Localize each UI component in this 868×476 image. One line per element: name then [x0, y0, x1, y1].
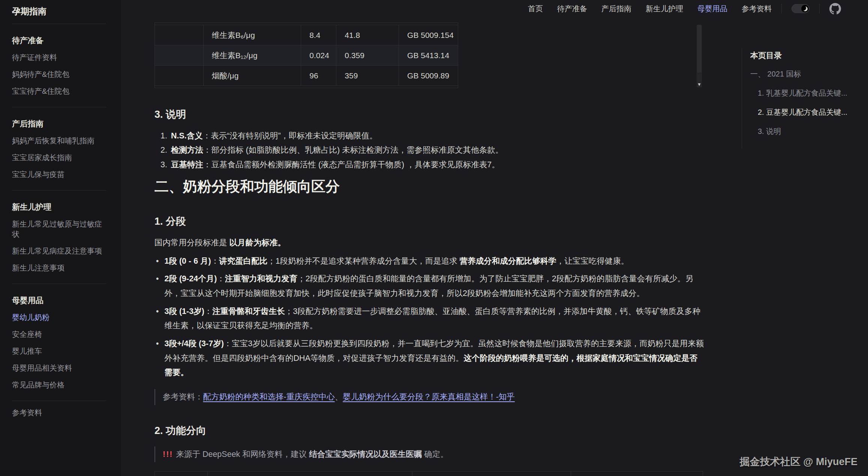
moon-icon: [803, 6, 808, 11]
note-text: ：表示“没有特别说明”，即标准未设定明确限值。: [203, 131, 378, 140]
category-cell: [155, 45, 204, 66]
bullet-text: 3段 (1-3岁)：注重骨骼和牙齿生长；3段配方奶粉需要进一步调整必需脂肪酸、亚…: [165, 304, 704, 333]
nav-item[interactable]: 产后指南: [601, 4, 631, 14]
toc-item[interactable]: 2. 豆基婴儿配方食品关键...: [750, 107, 859, 117]
table-row: 维生素B₁₂/μg 0.024 0.359 GB 5413.14: [155, 45, 458, 66]
sidebar-group: 新生儿护理 新生儿常见过敏原与过敏症状新生儿常见病症及注意事项新生儿注意事项: [0, 202, 121, 284]
note-number: 3.: [160, 160, 167, 169]
bullet-marker: •: [156, 272, 159, 300]
sidebar-item[interactable]: 新生儿常见过敏原与过敏症状: [12, 219, 109, 239]
category-cell: [155, 25, 204, 45]
segmentation-heading: 1. 分段: [154, 215, 704, 228]
table-row: 烟酸/μg 96 359 GB 5009.89: [155, 66, 458, 86]
scroll-down-arrow-icon[interactable]: ▼: [697, 82, 702, 87]
sidebar-item[interactable]: 母婴用品相关资料: [12, 363, 109, 373]
text-segment: ，让宝宝吃得健康。: [556, 257, 629, 266]
text-segment: ：: [217, 274, 225, 283]
text-segment: 参考资料：: [163, 392, 203, 401]
site-title: 孕期指南: [0, 0, 121, 17]
sidebar-item[interactable]: 参考资料: [12, 408, 109, 418]
sidebar: 孕期指南 待产准备 待产证件资料妈妈待产&住院包宝宝待产&住院包 产后指南 妈妈…: [0, 0, 121, 476]
sidebar-divider: [12, 284, 106, 284]
top-navbar: 首页待产准备产后指南新生儿护理母婴用品参考资料: [121, 0, 868, 17]
sidebar-item[interactable]: 新生儿注意事项: [12, 263, 109, 273]
text-segment: 3段+/4段 (3-7岁): [165, 339, 224, 348]
reference-link[interactable]: 配方奶粉的种类和选择-重庆疾控中心: [203, 392, 335, 401]
theme-toggle[interactable]: [792, 4, 810, 13]
table-header-cell: 代表成分/产品示例: [412, 471, 571, 476]
text-segment: 1段 (0 - 6 月): [165, 257, 211, 266]
nav-item[interactable]: 待产准备: [557, 4, 587, 14]
toc-item[interactable]: 3. 说明: [750, 126, 859, 137]
navbar-divider: [781, 4, 782, 14]
nav-item[interactable]: 首页: [528, 4, 543, 14]
sidebar-divider: [12, 190, 106, 191]
table-header-row: 功能方向主要成分特点代表成分/产品示例适用情况: [155, 471, 703, 476]
sidebar-group-title: 待产准备: [12, 35, 109, 46]
bullet-text: 2段 (9-24个月)：注重智力和视力发育；2段配方奶粉的蛋白质和能量的含量都有…: [165, 272, 704, 300]
note-term: N.S.含义: [171, 131, 203, 140]
toc-title: 本页目录: [750, 50, 859, 61]
note-number: 1.: [160, 131, 167, 140]
gb-standard-cell: GB 5009.154: [399, 25, 458, 45]
note-term: 豆基特注: [171, 160, 203, 169]
scrollbar-thumb[interactable]: [697, 25, 702, 72]
sidebar-item[interactable]: 婴儿推车: [12, 346, 109, 356]
text-segment: !!!: [163, 450, 173, 459]
bullet-marker: •: [156, 304, 159, 333]
min-value-cell: 0.024: [301, 45, 336, 66]
bullet-text: 3段+/4段 (3-7岁)：宝宝3岁以后就要从三段奶粉更换到四段奶粉，并一直喝到…: [165, 336, 704, 380]
bullet-text: 1段 (0 - 6 月)：讲究蛋白配比；1段奶粉并不是追求某种营养成分含量大，而…: [165, 254, 704, 269]
toc-item[interactable]: 1. 乳基婴儿配方食品关键...: [750, 88, 859, 98]
text-segment: 以月龄为标准。: [229, 238, 286, 247]
bullet-item: • 2段 (9-24个月)：注重智力和视力发育；2段配方奶粉的蛋白质和能量的含量…: [156, 272, 704, 300]
sidebar-item[interactable]: 待产证件资料: [12, 53, 109, 63]
text-segment: 注重骨骼和牙齿生长: [212, 307, 285, 316]
notes-list: 1.N.S.含义：表示“没有特别说明”，即标准未设定明确限值。 2.检测方法：部…: [154, 129, 704, 172]
sidebar-group: 母婴用品 婴幼儿奶粉安全座椅婴儿推车母婴用品相关资料常见品牌与价格: [0, 295, 121, 401]
gb-standard-cell: GB 5009.89: [399, 66, 458, 86]
nav-item[interactable]: 参考资料: [742, 4, 772, 14]
bullet-marker: •: [156, 336, 159, 380]
table-scrollbar[interactable]: ▼: [697, 25, 702, 87]
nav-links: 首页待产准备产后指南新生儿护理母婴用品参考资料: [528, 4, 772, 14]
toc-item[interactable]: 一、 2021 国标: [750, 69, 859, 79]
text-segment: 结合宝宝实际情况以及医生医嘱: [309, 450, 422, 459]
text-segment: 3段 (1-3岁): [165, 307, 204, 316]
nutrition-standards-table: 维生素B₆/μg 8.4 41.8 GB 5009.154 维生素B₁₂/μg …: [154, 25, 458, 86]
sidebar-group: 待产准备 待产证件资料妈妈待产&住院包宝宝待产&住院包: [0, 35, 121, 107]
sidebar-divider: [12, 24, 106, 24]
sidebar-item[interactable]: 妈妈待产&住院包: [12, 69, 109, 80]
note-number: 2.: [160, 146, 167, 155]
github-link[interactable]: [829, 3, 841, 15]
bullet-item: • 1段 (0 - 6 月)：讲究蛋白配比；1段奶粉并不是追求某种营养成分含量大…: [156, 254, 704, 269]
sidebar-item[interactable]: 宝宝居家成长指南: [12, 153, 109, 163]
gb-standard-cell: GB 5413.14: [399, 45, 458, 66]
clipped-table-row: [154, 86, 458, 88]
nav-item[interactable]: 母婴用品: [697, 4, 727, 14]
nutrient-name-cell: 维生素B₆/μg: [203, 25, 301, 45]
sidebar-item[interactable]: 婴幼儿奶粉: [12, 312, 109, 323]
sidebar-group-title: 产后指南: [12, 119, 109, 129]
text-segment: 2段 (9-24个月): [165, 274, 217, 283]
segment-bullet-list: • 1段 (0 - 6 月)：讲究蛋白配比；1段奶粉并不是追求某种营养成分含量大…: [154, 254, 704, 380]
table-row: 维生素B₆/μg 8.4 41.8 GB 5009.154: [155, 25, 458, 45]
max-value-cell: 41.8: [336, 25, 399, 45]
nutrient-name-cell: 维生素B₁₂/μg: [203, 45, 301, 66]
sidebar-item[interactable]: 新生儿常见病症及注意事项: [12, 246, 109, 256]
github-icon: [829, 3, 841, 15]
sidebar-item[interactable]: 妈妈产后恢复和哺乳指南: [12, 136, 109, 146]
note-item: 1.N.S.含义：表示“没有特别说明”，即标准未设定明确限值。: [160, 129, 704, 143]
reference-link[interactable]: 婴儿奶粉为什么要分段？原来真相是这样！-知乎: [343, 392, 515, 401]
sidebar-item[interactable]: 常见品牌与价格: [12, 380, 109, 390]
text-segment: ：: [211, 257, 219, 266]
sidebar-group: 产后指南 妈妈产后恢复和哺乳指南宝宝居家成长指南宝宝儿保与疫苗: [0, 119, 121, 191]
sidebar-item[interactable]: 宝宝儿保与疫苗: [12, 170, 109, 180]
page-toc: 本页目录 一、 2021 国标1. 乳基婴儿配方食品关键...2. 豆基婴儿配方…: [742, 48, 859, 149]
sidebar-item[interactable]: 宝宝待产&住院包: [12, 86, 109, 96]
table-header-cell: 功能方向: [155, 471, 208, 476]
sidebar-item[interactable]: 安全座椅: [12, 329, 109, 339]
text-segment: 确定。: [422, 450, 448, 459]
text-segment: 国内常用分段标准是: [154, 238, 229, 247]
nav-item[interactable]: 新生儿护理: [646, 4, 683, 14]
